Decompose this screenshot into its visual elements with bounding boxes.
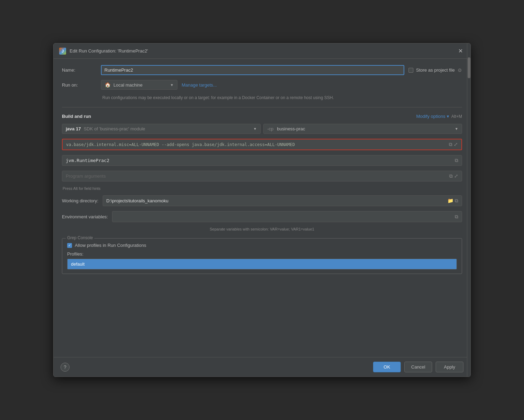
section-divider <box>62 107 462 107</box>
store-project-label: Store as project file <box>416 67 455 73</box>
allow-profiles-checkbox[interactable]: ✓ <box>67 243 72 248</box>
gear-icon[interactable]: ⚙ <box>458 67 462 73</box>
run-on-dropdown[interactable]: 🏠 Local machine ▼ <box>101 80 177 90</box>
cp-dropdown-arrow-icon: ▼ <box>455 127 458 131</box>
alt-shortcut-hint: Alt+M <box>451 114 462 119</box>
working-dir-label: Working directory: <box>62 198 98 203</box>
program-args-placeholder: Program arguments <box>66 173 106 179</box>
cancel-button[interactable]: Cancel <box>404 362 432 372</box>
apply-button[interactable]: Apply <box>436 362 463 372</box>
chevron-down-icon: ▾ <box>447 114 449 119</box>
dialog-title: Edit Run Configuration: 'RuntimePrac2' <box>70 48 148 54</box>
profiles-label: Profiles: <box>67 251 457 257</box>
run-on-value: Local machine <box>113 82 143 88</box>
env-var-field[interactable]: ⧉ <box>112 211 462 222</box>
program-args-icons: ⧉ ⤢ <box>449 173 458 179</box>
main-class-value: jvm.RuntimePrac2 <box>66 158 109 163</box>
sdk-dropdown[interactable]: java 17 SDK of 'business-prac' module ▼ <box>62 124 261 134</box>
ok-button[interactable]: OK <box>373 362 401 372</box>
copy-icon[interactable]: ⧉ <box>449 142 452 147</box>
footer-buttons: OK Cancel Apply <box>373 362 463 372</box>
env-var-copy-icon[interactable]: ⧉ <box>455 214 458 220</box>
name-input[interactable] <box>101 65 404 75</box>
vm-options-icons: ⧉ ⤢ <box>449 142 458 147</box>
sdk-dropdown-arrow-icon: ▼ <box>253 127 257 131</box>
semicolon-hint: Separate variables with semicolon: VAR=v… <box>62 227 462 231</box>
build-run-header: Build and run Modify options ▾ Alt+M <box>62 114 462 119</box>
vm-options-field[interactable]: va.base/jdk.internal.misc=ALL-UNNAMED --… <box>62 139 462 150</box>
name-label: Name: <box>62 67 97 73</box>
main-class-icons: ⧉ <box>455 158 458 163</box>
folder-icon[interactable]: 📁 <box>447 198 453 204</box>
env-var-icons: ⧉ <box>455 214 458 220</box>
grep-console-label: Grep Console <box>66 235 94 240</box>
program-args-field[interactable]: Program arguments ⧉ ⤢ <box>62 171 462 181</box>
dialog-footer: ? OK Cancel Apply <box>54 357 470 377</box>
program-args-expand-icon[interactable]: ⤢ <box>454 173 458 179</box>
home-icon: 🏠 <box>105 82 111 88</box>
store-project-checkbox[interactable] <box>408 68 413 73</box>
modify-options-label: Modify options <box>416 114 445 119</box>
help-button[interactable]: ? <box>61 363 70 372</box>
dialog-container: J Edit Run Configuration: 'RuntimePrac2'… <box>53 43 471 377</box>
allow-profiles-label: Allow profiles in Run Configurations <box>75 243 146 248</box>
grep-console-section: Grep Console ✓ Allow profiles in Run Con… <box>62 238 462 274</box>
title-bar-left: J Edit Run Configuration: 'RuntimePrac2' <box>59 48 148 55</box>
sdk-description: SDK of 'business-prac' module <box>84 126 145 131</box>
expand-icon[interactable]: ⤢ <box>454 142 458 147</box>
run-on-hint: Run configurations may be executed local… <box>62 95 462 101</box>
title-bar: J Edit Run Configuration: 'RuntimePrac2'… <box>54 43 470 59</box>
working-dir-field[interactable]: D:\projects\tutorails_kanomoku 📁 ⧉ <box>103 195 462 206</box>
cp-dropdown[interactable]: -cp business-prac ▼ <box>263 124 462 134</box>
working-dir-copy-icon[interactable]: ⧉ <box>455 198 458 204</box>
working-dir-row: Working directory: D:\projects\tutorails… <box>62 195 462 206</box>
run-on-row: Run on: 🏠 Local machine ▼ Manage targets… <box>62 80 462 90</box>
store-project-area: Store as project file ⚙ <box>408 67 462 73</box>
manage-targets-link[interactable]: Manage targets... <box>182 82 217 88</box>
working-dir-value: D:\projects\tutorails_kanomoku <box>106 198 168 203</box>
app-icon: J <box>59 48 66 55</box>
modify-options-link[interactable]: Modify options ▾ <box>416 114 449 119</box>
sdk-version: java 17 <box>66 126 81 131</box>
profile-item[interactable]: default <box>68 259 456 269</box>
env-var-row: Environment variables: ⧉ <box>62 211 462 222</box>
dropdown-arrow-icon: ▼ <box>170 83 174 87</box>
modify-options-area: Modify options ▾ Alt+M <box>416 114 462 119</box>
main-class-copy-icon[interactable]: ⧉ <box>455 158 458 163</box>
build-run-title: Build and run <box>62 114 91 119</box>
dialog-body: Name: Store as project file ⚙ Run on: 🏠 … <box>54 59 470 357</box>
press-alt-hint: Press Alt for field hints <box>62 186 462 191</box>
env-var-label: Environment variables: <box>62 214 108 219</box>
close-button[interactable]: ✕ <box>456 47 465 55</box>
profiles-list: default <box>67 259 457 269</box>
scrollbar-thumb[interactable] <box>468 57 470 78</box>
vm-options-text: va.base/jdk.internal.misc=ALL-UNNAMED --… <box>66 142 446 147</box>
name-row: Name: Store as project file ⚙ <box>62 65 462 75</box>
cp-value: business-prac <box>277 126 305 131</box>
sdk-row: java 17 SDK of 'business-prac' module ▼ … <box>62 124 462 134</box>
working-dir-icons: 📁 ⧉ <box>447 198 458 204</box>
main-class-field[interactable]: jvm.RuntimePrac2 ⧉ <box>62 155 462 166</box>
cp-flag: -cp <box>267 126 273 131</box>
grep-checkbox-row: ✓ Allow profiles in Run Configurations <box>67 243 457 248</box>
run-on-label: Run on: <box>62 82 97 88</box>
scrollbar-track[interactable] <box>467 43 470 377</box>
program-args-copy-icon[interactable]: ⧉ <box>449 173 453 179</box>
